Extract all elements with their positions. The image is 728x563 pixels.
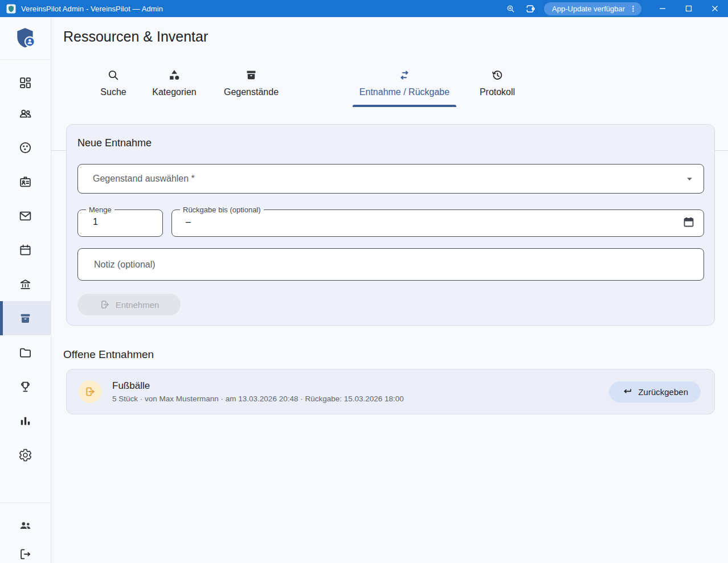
app-window: VereinsPilot Admin - VereinsPilot — Admi…: [0, 0, 728, 563]
close-button[interactable]: [702, 0, 728, 17]
withdraw-out-icon: [84, 385, 96, 398]
sidebar-nav: [0, 60, 51, 472]
tab-gegenstaende[interactable]: Gegenstände: [208, 60, 294, 107]
zoom-in-icon[interactable]: [501, 0, 520, 17]
app-window-icon: [6, 4, 16, 14]
titlebar: VereinsPilot Admin - VereinsPilot — Admi…: [0, 0, 728, 17]
quantity-label: Menge: [86, 206, 114, 213]
members-icon: [18, 106, 32, 121]
folder-icon: [18, 346, 32, 360]
page-title: Ressourcen & Inventar: [63, 28, 208, 45]
tab-protokoll[interactable]: Protokoll: [463, 60, 531, 107]
logout-icon: [18, 547, 32, 561]
active-tab-indicator: [353, 105, 456, 107]
item-select-value: Gegenstand auswählen *: [93, 174, 686, 184]
return-button-label: Zurückgeben: [638, 387, 688, 397]
return-button[interactable]: Zurückgeben: [609, 381, 701, 402]
sidebar-item-competitions[interactable]: [0, 369, 51, 404]
extension-icon[interactable]: [520, 0, 539, 17]
tab-label: Protokoll: [480, 87, 515, 97]
calendar-icon: [18, 243, 32, 257]
search-icon: [107, 68, 120, 82]
withdrawal-details: 5 Stück · von Max Mustermann · am 13.03.…: [112, 394, 404, 403]
settings-gear-icon: [18, 448, 32, 462]
dashboard-icon: [18, 76, 32, 90]
sidebar-item-sports[interactable]: [0, 130, 51, 165]
return-arrow-icon: [621, 386, 633, 397]
sidebar-item-documents[interactable]: [0, 335, 51, 369]
sidebar-item-settings[interactable]: [0, 438, 51, 472]
sports-ball-icon: [18, 141, 32, 155]
window-title: VereinsPilot Admin - VereinsPilot — Admi…: [21, 5, 163, 13]
card-title: Neue Entnahme: [77, 137, 152, 149]
withdraw-icon: [99, 299, 111, 310]
users-filled-icon: [18, 519, 32, 533]
return-date-value: –: [186, 217, 682, 227]
category-icon: [167, 68, 181, 82]
tab-bar: Suche Kategorien Gegenstände Entnahme / …: [51, 60, 728, 107]
sidebar-item-inventory[interactable]: [0, 301, 51, 335]
sidebar-item-logout[interactable]: [0, 540, 51, 563]
sidebar-item-members[interactable]: [0, 96, 51, 130]
return-date-label: Rückgabe bis (optional): [180, 206, 264, 213]
sidebar-item-dashboard[interactable]: [0, 69, 51, 96]
withdrawal-avatar: [79, 380, 101, 403]
app-logo: [0, 17, 51, 60]
sidebar-item-calendar[interactable]: [0, 233, 51, 267]
trophy-icon: [18, 380, 32, 394]
sidebar-item-statistics[interactable]: [0, 404, 51, 438]
membership-card-icon: [18, 175, 32, 189]
quantity-input[interactable]: [92, 216, 154, 228]
sidebar: [0, 17, 51, 563]
tab-label: Suche: [100, 87, 126, 97]
withdraw-button[interactable]: Entnehmen: [77, 294, 181, 315]
calendar-picker-icon[interactable]: [682, 215, 696, 229]
main-content: Ressourcen & Inventar Suche Kategorien G…: [51, 17, 728, 563]
chevron-down-icon: [686, 175, 693, 183]
swap-horizontal-icon: [398, 68, 411, 82]
tab-kategorien[interactable]: Kategorien: [140, 60, 208, 107]
item-select[interactable]: Gegenstand auswählen *: [77, 164, 704, 194]
withdrawal-list-item: Fußbälle 5 Stück · von Max Mustermann · …: [66, 369, 715, 414]
return-date-field[interactable]: Rückgabe bis (optional) –: [171, 206, 704, 237]
note-field[interactable]: [77, 248, 704, 281]
note-input[interactable]: [93, 259, 689, 270]
sidebar-item-mail[interactable]: [0, 199, 51, 233]
open-withdrawals-heading: Offene Entnahmen: [63, 348, 154, 361]
tab-label: Gegenstände: [224, 87, 279, 97]
tab-label: Kategorien: [152, 87, 196, 97]
inventory-icon: [18, 311, 32, 326]
tab-label: Entnahme / Rückgabe: [359, 87, 449, 97]
sidebar-item-users[interactable]: [0, 511, 51, 540]
withdraw-button-label: Entnehmen: [116, 300, 159, 310]
withdrawal-title: Fußbälle: [112, 380, 404, 392]
bank-icon: [18, 277, 32, 291]
sidebar-item-membership-card[interactable]: [0, 165, 51, 199]
maximize-button[interactable]: [676, 0, 702, 17]
tab-entnahme-rueckgabe[interactable]: Entnahme / Rückgabe: [353, 60, 456, 107]
app-update-label: App-Update verfügbar: [552, 5, 625, 13]
tab-suche[interactable]: Suche: [88, 60, 139, 107]
kebab-menu-icon: [629, 5, 637, 13]
inventory-box-icon: [244, 68, 258, 82]
minimize-button[interactable]: [649, 0, 676, 17]
mail-icon: [18, 209, 32, 223]
bar-chart-icon: [18, 414, 32, 428]
sidebar-footer: [0, 503, 51, 563]
new-withdrawal-card: Neue Entnahme Gegenstand auswählen * Men…: [66, 124, 715, 326]
app-update-badge[interactable]: App-Update verfügbar: [544, 2, 641, 15]
quantity-field[interactable]: Menge: [77, 206, 163, 237]
sidebar-item-finance[interactable]: [0, 267, 51, 301]
history-icon: [490, 68, 504, 82]
